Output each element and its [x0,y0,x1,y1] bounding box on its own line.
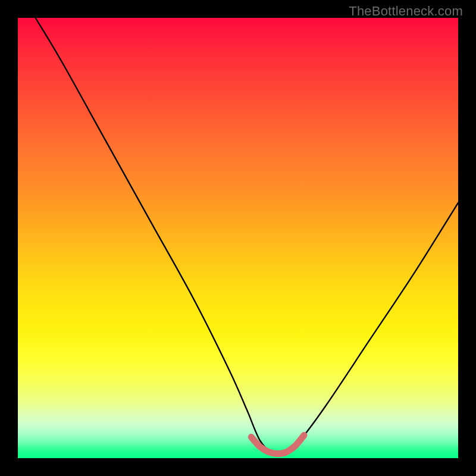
plot-area [18,18,458,458]
watermark-text: TheBottleneck.com [349,4,463,19]
curve-svg [18,18,458,458]
chart-frame: TheBottleneck.com [0,0,476,476]
bottleneck-curve-path [36,18,458,455]
